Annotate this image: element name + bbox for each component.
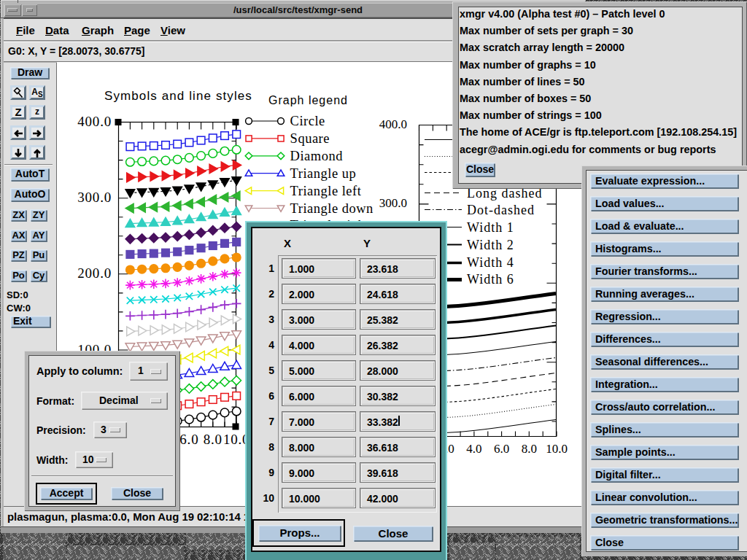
svg-text:Square: Square (290, 131, 330, 146)
svg-text:Width 4: Width 4 (467, 255, 514, 270)
svg-text:Diamond: Diamond (290, 149, 344, 163)
svg-text:400.0: 400.0 (379, 117, 407, 131)
svg-text:Graph legend: Graph legend (268, 94, 348, 106)
svg-text:Dot-dashed: Dot-dashed (467, 203, 535, 217)
svg-text:Triangle down: Triangle down (290, 201, 374, 216)
svg-text:8.0: 8.0 (204, 432, 222, 447)
svg-text:Width 1: Width 1 (467, 220, 514, 235)
svg-text:200.0: 200.0 (77, 265, 112, 281)
svg-text:Circle: Circle (290, 114, 325, 128)
svg-text:Triangle up: Triangle up (290, 166, 357, 181)
svg-text:Width 2: Width 2 (467, 238, 514, 252)
svg-text:Symbols and line styles: Symbols and line styles (104, 89, 252, 103)
svg-text:300.0: 300.0 (77, 190, 112, 205)
svg-text:10.0: 10.0 (546, 442, 568, 456)
svg-text:8.0: 8.0 (522, 442, 537, 456)
svg-text:Width 6: Width 6 (467, 272, 514, 287)
svg-text:6.0: 6.0 (494, 442, 509, 456)
svg-text:Triangle left: Triangle left (290, 184, 362, 198)
svg-text:300.0: 300.0 (379, 196, 407, 210)
svg-text:400.0: 400.0 (77, 114, 112, 129)
svg-text:4.0: 4.0 (466, 442, 481, 456)
svg-text:6.0: 6.0 (179, 432, 198, 447)
